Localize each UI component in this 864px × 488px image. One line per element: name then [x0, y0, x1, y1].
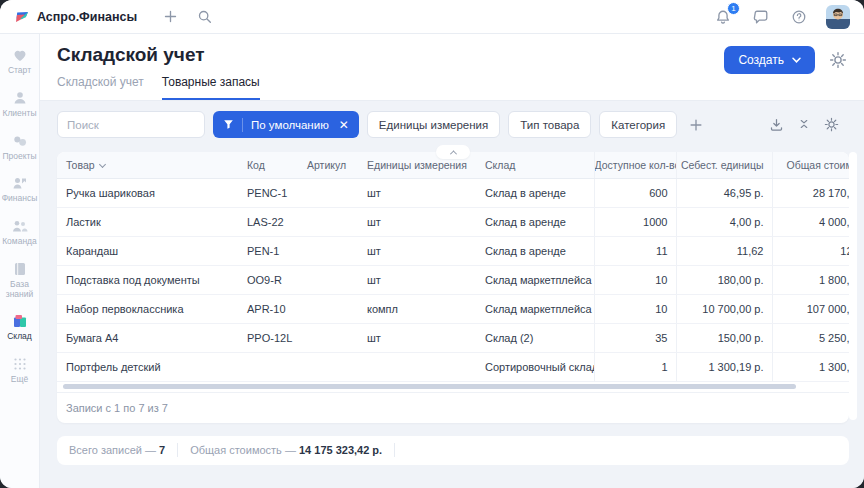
column-header-0[interactable]: Товар: [57, 152, 238, 178]
sidebar-item-label: База знаний: [0, 280, 40, 300]
horizontal-scrollbar-thumb[interactable]: [63, 384, 796, 389]
cell-warehouse: Склад в аренде: [476, 207, 594, 236]
cell-unit_cost: 150,00 р.: [676, 323, 772, 352]
notifications-bell-icon[interactable]: 1: [712, 6, 734, 28]
create-button[interactable]: Создать: [724, 46, 815, 74]
page-title: Складской учет: [57, 44, 260, 66]
filter-button-2[interactable]: Категория: [599, 111, 677, 138]
column-header-1[interactable]: Код: [238, 152, 298, 178]
search-icon[interactable]: [193, 6, 215, 28]
filter-button-0[interactable]: Единицы измерения: [367, 111, 500, 138]
sidebar-item-start[interactable]: Старт: [0, 46, 40, 76]
cell-code: OO9-R: [238, 265, 298, 294]
chip-divider: [242, 118, 243, 132]
table-row[interactable]: ЛастикLAS-22штСклад в аренде10004,00 р.4…: [57, 207, 849, 236]
tabs-bar: Складской учетТоварные запасы: [57, 75, 260, 100]
remove-filter-icon[interactable]: ✕: [339, 118, 349, 132]
cell-unit_cost: 4,00 р.: [676, 207, 772, 236]
filter-toolbar: По умолчанию ✕ Единицы измеренияТип това…: [57, 111, 849, 138]
cell-unit_cost: 180,00 р.: [676, 265, 772, 294]
cell-product: Карандаш: [57, 236, 238, 265]
cell-total: 4 000,00 р.: [772, 207, 849, 236]
sidebar-item-projects[interactable]: Проекты: [0, 132, 40, 162]
sidebar-item-label: Старт: [8, 66, 31, 76]
column-header-4[interactable]: Склад: [476, 152, 594, 178]
table-row[interactable]: КарандашPEN-1штСклад в аренде1111,62127,…: [57, 236, 849, 265]
sidebar-item-label: Ещё: [11, 375, 28, 385]
cell-product: Ластик: [57, 207, 238, 236]
cell-article: [298, 352, 358, 381]
vertical-scrollbar[interactable]: [849, 152, 857, 420]
tab-warehouse-accounting[interactable]: Складской учет: [57, 75, 144, 100]
cell-qty: 1000: [594, 207, 676, 236]
cell-product: Подставка под документы: [57, 265, 238, 294]
cell-product: Бумага А4: [57, 323, 238, 352]
quick-add-button[interactable]: [159, 6, 181, 28]
summary-divider: [177, 443, 178, 457]
cell-total: 107 000,00 р.: [772, 294, 849, 323]
filter-button-1[interactable]: Тип товара: [508, 111, 591, 138]
records-total: Всего записей — 7: [69, 444, 165, 456]
tab-stock[interactable]: Товарные запасы: [162, 75, 260, 100]
content-area: По умолчанию ✕ Единицы измеренияТип това…: [40, 101, 864, 488]
table-settings-gear-icon[interactable]: [824, 117, 839, 132]
cell-warehouse: Склад маркетплейса: [476, 294, 594, 323]
cell-article: [298, 323, 358, 352]
cell-code: PENC-1: [238, 178, 298, 207]
table-row[interactable]: Портфель детскийСортировочный склад11 30…: [57, 352, 849, 381]
sidebar-item-warehouse[interactable]: Склад: [0, 312, 40, 342]
user-avatar[interactable]: [826, 5, 850, 29]
cell-qty: 10: [594, 265, 676, 294]
start-icon: [11, 46, 29, 64]
app-logo[interactable]: Аспро.Финансы: [14, 9, 137, 25]
sidebar-item-team[interactable]: Команда: [0, 217, 40, 247]
sidebar-item-knowledge[interactable]: База знаний: [0, 260, 40, 300]
table-row[interactable]: Ручка шариковаяPENC-1штСклад в аренде600…: [57, 178, 849, 207]
cell-total: 127,82: [772, 236, 849, 265]
topbar: Аспро.Финансы 1: [0, 0, 864, 34]
collapse-table-header-button[interactable]: [436, 145, 470, 159]
cell-unit: шт: [358, 207, 476, 236]
knowledge-icon: [11, 260, 29, 278]
table-row[interactable]: Подставка под документыOO9-RштСклад марк…: [57, 265, 849, 294]
cell-warehouse: Склад в аренде: [476, 236, 594, 265]
cell-code: [238, 352, 298, 381]
horizontal-scrollbar: [57, 382, 849, 392]
team-icon: [11, 217, 29, 235]
cell-warehouse: Склад (2): [476, 323, 594, 352]
warehouse-icon: [11, 312, 29, 330]
cell-unit_cost: 46,95 р.: [676, 178, 772, 207]
cell-code: APR-10: [238, 294, 298, 323]
chat-icon[interactable]: [750, 6, 772, 28]
column-header-7[interactable]: Общая стоимость: [772, 152, 849, 178]
cell-code: PPO-12L: [238, 323, 298, 352]
projects-icon: [11, 132, 29, 150]
table-row[interactable]: Набор первоклассникаAPR-10комплСклад мар…: [57, 294, 849, 323]
column-header-6[interactable]: Себест. единицы: [676, 152, 772, 178]
add-filter-icon[interactable]: [688, 117, 704, 133]
sidebar-item-label: Клиенты: [2, 109, 36, 119]
records-info: Записи с 1 по 7 из 7: [57, 392, 849, 423]
active-filter-label: По умолчанию: [251, 119, 329, 131]
cell-qty: 600: [594, 178, 676, 207]
help-icon[interactable]: [788, 6, 810, 28]
cell-code: LAS-22: [238, 207, 298, 236]
cell-unit: шт: [358, 236, 476, 265]
column-header-2[interactable]: Артикул: [298, 152, 358, 178]
sidebar-item-more[interactable]: Ещё: [0, 355, 40, 385]
stock-table: ТоварКодАртикулЕдиницы измеренияСкладДос…: [57, 152, 849, 423]
page-settings-gear-icon[interactable]: [829, 51, 847, 73]
export-download-icon[interactable]: [769, 117, 784, 132]
search-input[interactable]: [57, 111, 205, 138]
sidebar-item-finance[interactable]: Финансы: [0, 174, 40, 204]
column-header-5[interactable]: Доступное кол-во: [594, 152, 676, 178]
table-row[interactable]: Бумага А4PPO-12LштСклад (2)35150,00 р.5 …: [57, 323, 849, 352]
cell-unit: шт: [358, 265, 476, 294]
sidebar-item-clients[interactable]: Клиенты: [0, 89, 40, 119]
app-window: Аспро.Финансы 1: [0, 0, 864, 488]
active-filter-chip[interactable]: По умолчанию ✕: [213, 111, 359, 138]
collapse-rows-icon[interactable]: [797, 117, 811, 132]
cell-product: Ручка шариковая: [57, 178, 238, 207]
finance-icon: [11, 174, 29, 192]
clients-icon: [11, 89, 29, 107]
